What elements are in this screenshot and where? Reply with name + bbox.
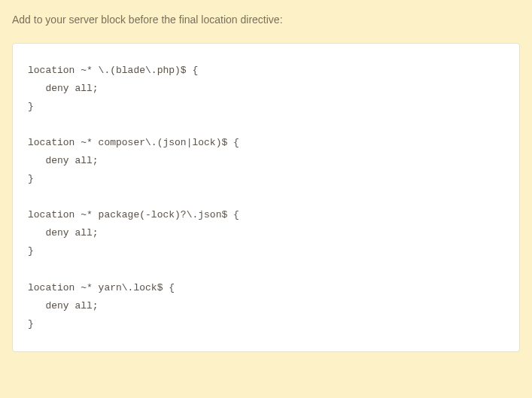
code-block[interactable]: location ~* \.(blade\.php)$ { deny all; …	[12, 43, 520, 352]
intro-text: Add to your server block before the fina…	[12, 12, 520, 28]
